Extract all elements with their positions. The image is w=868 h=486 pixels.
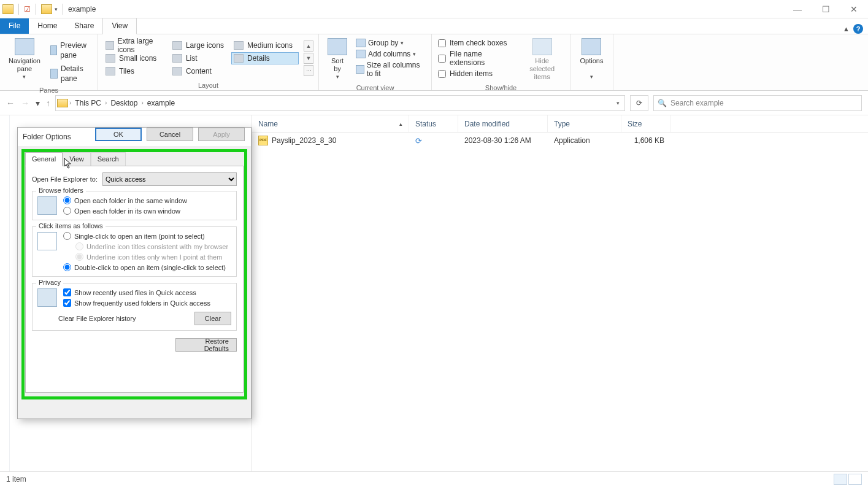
preview-pane-icon bbox=[50, 45, 57, 55]
address-bar[interactable]: › This PC › Desktop › example ▾ bbox=[55, 95, 625, 111]
layout-list[interactable]: List bbox=[170, 52, 230, 64]
layout-tiles[interactable]: Tiles bbox=[103, 65, 169, 77]
tab-view[interactable]: View bbox=[102, 18, 137, 34]
crumb-folder[interactable]: example bbox=[145, 98, 177, 109]
radio-double-click[interactable] bbox=[63, 263, 71, 271]
window-title: example bbox=[68, 5, 96, 14]
check-frequent-folders[interactable] bbox=[63, 299, 71, 307]
qat-folder-icon[interactable] bbox=[41, 4, 52, 14]
details-pane-icon bbox=[50, 69, 58, 79]
layout-extra-large[interactable]: Extra large icons bbox=[103, 39, 169, 52]
apply-button[interactable]: Apply bbox=[198, 128, 245, 141]
col-date[interactable]: Date modified bbox=[458, 115, 548, 132]
nav-up-icon[interactable]: ↑ bbox=[46, 98, 50, 108]
search-box[interactable]: 🔍 Search example bbox=[653, 95, 862, 111]
file-date: 2023-08-30 1:26 AM bbox=[458, 136, 548, 145]
minimize-button[interactable]: — bbox=[783, 0, 812, 18]
file-size: 1,606 KB bbox=[621, 136, 670, 145]
search-icon: 🔍 bbox=[658, 99, 667, 107]
maximize-button[interactable]: ☐ bbox=[812, 0, 840, 18]
dialog-tab-view[interactable]: View bbox=[63, 152, 91, 166]
nav-recent-icon[interactable]: ▾ bbox=[36, 98, 40, 108]
options-button[interactable]: Options▾ bbox=[577, 37, 607, 82]
details-pane-button[interactable]: Details pane bbox=[48, 63, 93, 85]
folder-options-dialog: Folder Options ✕ General View Search Ope… bbox=[17, 127, 252, 419]
file-name-extensions[interactable] bbox=[438, 55, 446, 63]
view-details-toggle[interactable] bbox=[834, 474, 847, 485]
collapse-ribbon-icon[interactable]: ▲ bbox=[843, 25, 850, 33]
radio-underline-point bbox=[75, 253, 83, 261]
col-name[interactable]: Name▴ bbox=[252, 115, 409, 132]
restore-defaults-button[interactable]: Restore Defaults bbox=[175, 338, 237, 352]
title-bar: ☑ ▾ example — ☐ ✕ bbox=[0, 0, 868, 18]
clear-button[interactable]: Clear bbox=[194, 312, 231, 325]
navigation-pane-button[interactable]: Navigation pane▾ bbox=[5, 37, 44, 82]
view-icons-toggle[interactable] bbox=[848, 474, 862, 485]
group-browse-folders: Browse folders Open each folder in the s… bbox=[32, 191, 237, 220]
size-columns-button[interactable]: Size all columns to fit bbox=[355, 60, 426, 79]
tab-home[interactable]: Home bbox=[29, 18, 66, 34]
radio-same-window[interactable] bbox=[63, 196, 71, 204]
app-icon bbox=[2, 4, 13, 14]
address-folder-icon bbox=[57, 99, 68, 107]
col-size[interactable]: Size bbox=[621, 115, 670, 132]
group-label-currentview: Current view bbox=[324, 82, 426, 91]
preview-pane-button[interactable]: Preview pane bbox=[48, 39, 93, 61]
layout-details[interactable]: Details bbox=[231, 52, 299, 64]
open-explorer-select[interactable]: Quick access bbox=[102, 172, 237, 186]
crumb-thispc[interactable]: This PC bbox=[72, 98, 104, 109]
list-item[interactable]: Payslip_2023_8_30 ⟳ 2023-08-30 1:26 AM A… bbox=[252, 133, 868, 148]
hide-selected-button[interactable]: Hide selected items bbox=[519, 37, 565, 82]
group-privacy: Privacy Show recently used files in Quic… bbox=[32, 283, 237, 331]
group-label-layout: Layout bbox=[103, 80, 313, 89]
address-dropdown-icon[interactable]: ▾ bbox=[613, 100, 623, 106]
ribbon-view: Navigation pane▾ Preview pane Details pa… bbox=[0, 34, 868, 91]
crumb-desktop[interactable]: Desktop bbox=[108, 98, 140, 109]
file-type: Application bbox=[548, 136, 621, 145]
browse-folders-icon bbox=[37, 196, 57, 215]
col-type[interactable]: Type bbox=[548, 115, 621, 132]
radio-single-click[interactable] bbox=[63, 232, 71, 240]
nav-back-icon[interactable]: ← bbox=[6, 98, 15, 108]
dialog-title: Folder Options bbox=[23, 133, 71, 141]
file-icon bbox=[258, 136, 268, 145]
layout-large[interactable]: Large icons bbox=[170, 39, 230, 52]
layout-medium[interactable]: Medium icons bbox=[231, 39, 299, 52]
qat-checkbox-icon[interactable]: ☑ bbox=[24, 5, 31, 14]
dialog-tab-general[interactable]: General bbox=[25, 152, 63, 166]
cancel-button[interactable]: Cancel bbox=[147, 128, 193, 141]
layout-scroll-down[interactable]: ▼ bbox=[304, 53, 313, 64]
group-click-items: Click items as follows Single-click to o… bbox=[32, 226, 237, 277]
dialog-tab-panel: Open File Explorer to: Quick access Brow… bbox=[25, 166, 244, 393]
layout-small[interactable]: Small icons bbox=[103, 52, 169, 64]
radio-underline-browser bbox=[75, 242, 83, 250]
layout-scroll-up[interactable]: ▲ bbox=[304, 40, 313, 52]
tab-share[interactable]: Share bbox=[66, 18, 102, 34]
layout-content[interactable]: Content bbox=[170, 65, 230, 77]
click-items-icon bbox=[37, 232, 57, 250]
ok-button[interactable]: OK bbox=[95, 128, 142, 141]
status-items: 1 item bbox=[6, 475, 26, 484]
sort-by-button[interactable]: Sort by▾ bbox=[324, 37, 351, 82]
qat-dropdown-icon[interactable]: ▾ bbox=[55, 6, 58, 12]
hidden-items[interactable] bbox=[438, 70, 446, 78]
navigation-pane-icon bbox=[15, 38, 34, 55]
options-icon bbox=[582, 38, 601, 55]
check-recent-files[interactable] bbox=[63, 288, 71, 296]
dialog-tab-search[interactable]: Search bbox=[91, 152, 126, 166]
add-columns-button[interactable]: Add columns ▾ bbox=[355, 49, 426, 59]
tab-file[interactable]: File bbox=[0, 18, 29, 34]
group-by-button[interactable]: Group by ▾ bbox=[355, 38, 426, 48]
refresh-button[interactable]: ⟳ bbox=[630, 95, 648, 111]
privacy-icon bbox=[37, 288, 57, 307]
radio-own-window[interactable] bbox=[63, 207, 71, 215]
close-button[interactable]: ✕ bbox=[840, 0, 868, 18]
status-bar: 1 item bbox=[0, 471, 868, 486]
nav-forward-icon[interactable]: → bbox=[21, 98, 29, 108]
col-status[interactable]: Status bbox=[409, 115, 458, 132]
layout-expand[interactable]: ⋯ bbox=[304, 65, 313, 76]
menu-bar: File Home Share View ▲ ? bbox=[0, 18, 868, 34]
sort-icon bbox=[328, 38, 347, 55]
help-icon[interactable]: ? bbox=[853, 24, 863, 34]
item-check-boxes[interactable] bbox=[438, 39, 446, 47]
